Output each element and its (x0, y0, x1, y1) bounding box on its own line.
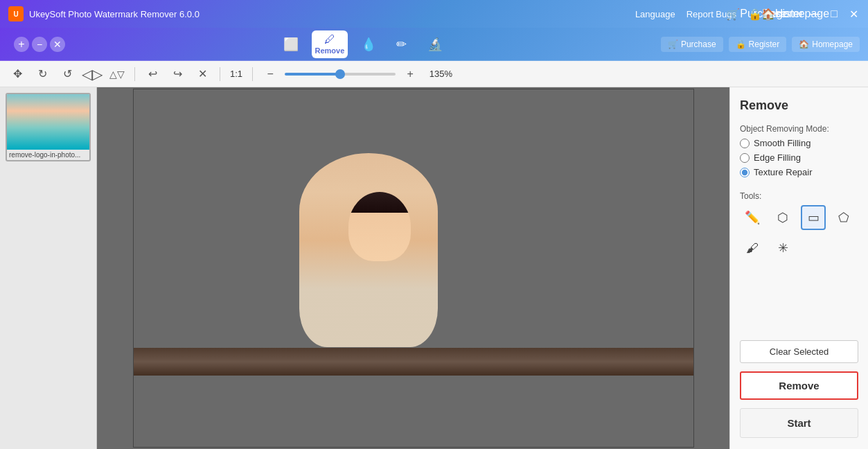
tab-minimize-btn[interactable]: − (32, 37, 47, 52)
undo-icon: ↩ (148, 67, 157, 80)
title-nav: Language Report Bugs (635, 9, 736, 19)
eyedropper-icon: 🔬 (427, 37, 443, 52)
tools-label: Tools: (740, 191, 858, 201)
toolbar-right: 🛒 Purchase 🔒 Register 🏠 Homepage (661, 37, 860, 52)
remove-btn[interactable]: Remove (740, 371, 858, 400)
purchase-nav-btn[interactable]: 🛒 Purchase (661, 37, 723, 52)
eyedropper-btn[interactable]: 🔬 (423, 32, 448, 57)
pool-edge (134, 348, 693, 376)
zoom-in-icon: + (407, 68, 413, 80)
crop-icon: ⬜ (283, 37, 299, 52)
home-icon: 🏠 (799, 39, 809, 49)
flip-v-icon: △▽ (109, 69, 125, 80)
spacer (740, 269, 858, 332)
edge-filling-option[interactable]: Edge Filling (740, 152, 858, 163)
edge-filling-radio[interactable] (740, 153, 750, 163)
remove-icon: 🖊 (324, 33, 335, 46)
paint-icon: 🖌 (746, 241, 759, 256)
lasso-tool-btn[interactable]: ⬠ (831, 205, 856, 230)
undo-btn[interactable]: ↩ (142, 64, 163, 84)
person-head (348, 192, 411, 261)
cancel-btn[interactable]: ✕ (192, 64, 213, 84)
pencil-tool-btn[interactable]: ✏️ (740, 205, 765, 230)
paint-tool-btn[interactable]: 🖌 (740, 236, 765, 261)
tab-close-btn[interactable]: ✕ (50, 37, 65, 52)
close-btn[interactable]: ✕ (847, 8, 860, 20)
main-toolbar: + − ✕ ⬜ 🖊 Remove 💧 ✏ 🔬 🛒 Purchase 🔒 Regi… (0, 28, 868, 61)
app-logo: U (8, 6, 24, 21)
remove-mode-btn[interactable]: 🖊 Remove (312, 30, 348, 58)
maximize-btn[interactable]: □ (828, 8, 840, 20)
brush-icon: ✏ (396, 37, 407, 52)
magic-tool-btn[interactable]: ✳ (770, 236, 795, 261)
minimize-btn[interactable]: — (808, 8, 821, 20)
fill-icon: 💧 (361, 37, 376, 52)
main-area: remove-logo-in-photo... Remove Object Re… (0, 87, 868, 449)
redo-icon: ↪ (173, 67, 182, 80)
brush-btn[interactable]: ✏ (389, 32, 414, 57)
canvas-area[interactable] (97, 87, 729, 449)
rotate-cw-icon: ↻ (38, 67, 47, 80)
homepage-nav-btn[interactable]: 🏠 Homepage (792, 37, 860, 52)
separator-2 (220, 67, 220, 81)
app-title: UkeySoft Photo Watermark Remover 6.0.0 (29, 9, 635, 19)
separator-1 (134, 67, 135, 81)
lasso-icon: ⬠ (838, 210, 849, 225)
start-btn[interactable]: Start (740, 408, 858, 438)
move-icon: ✥ (13, 67, 22, 80)
rotate-ccw-btn[interactable]: ↺ (57, 64, 78, 84)
zoom-slider[interactable] (285, 73, 396, 76)
smooth-filling-option[interactable]: Smooth Filling (740, 138, 858, 148)
thumbnail-item[interactable]: remove-logo-in-photo... (6, 93, 91, 161)
flip-v-btn[interactable]: △▽ (107, 64, 127, 84)
rotate-cw-btn[interactable]: ↻ (32, 64, 53, 84)
rect-tool-btn[interactable]: ▭ (801, 205, 826, 230)
radio-group: Smooth Filling Edge Filling Texture Repa… (740, 138, 858, 177)
window-controls: + − ✕ (14, 37, 65, 52)
zoom-ratio: 1:1 (230, 69, 242, 79)
move-btn[interactable]: ✥ (7, 64, 28, 84)
flip-h-icon: ◁▷ (82, 66, 103, 82)
title-bar: U UkeySoft Photo Watermark Remover 6.0.0… (0, 0, 868, 28)
lock-icon: 🔒 (736, 39, 746, 49)
texture-repair-option[interactable]: Texture Repair (740, 167, 858, 177)
zoom-percent: 135% (425, 69, 452, 79)
panel-title: Remove (740, 98, 858, 113)
separator-3 (252, 67, 253, 81)
photo-canvas (133, 89, 694, 448)
flip-h-btn[interactable]: ◁▷ (82, 64, 103, 84)
homepage-btn[interactable]: 🏠 Homepage (789, 8, 801, 20)
fill-btn[interactable]: 💧 (356, 32, 381, 57)
thumbnail-label: remove-logo-in-photo... (7, 150, 89, 160)
eraser-icon: ⬡ (777, 210, 788, 225)
zoom-out-btn[interactable]: − (260, 64, 281, 84)
smooth-filling-radio[interactable] (740, 139, 750, 148)
title-controls: 🛒 Purchase 🔒 Register 🏠 Homepage — □ ✕ (750, 8, 860, 20)
right-panel: Remove Object Removing Mode: Smooth Fill… (729, 87, 868, 449)
tools-section: Tools: ✏️ ⬡ ▭ ⬠ 🖌 ✳ (740, 191, 858, 261)
crop-btn[interactable]: ⬜ (278, 32, 303, 57)
add-tab-btn[interactable]: + (14, 37, 29, 52)
texture-repair-radio[interactable] (740, 168, 750, 177)
clear-selected-btn[interactable]: Clear Selected (740, 340, 858, 363)
removing-mode-label: Object Removing Mode: (740, 124, 858, 134)
zoom-in-btn[interactable]: + (400, 64, 420, 84)
removing-mode-section: Object Removing Mode: Smooth Filling Edg… (740, 124, 858, 183)
thumbnail-panel: remove-logo-in-photo... (0, 87, 97, 449)
edit-bar: ✥ ↻ ↺ ◁▷ △▽ ↩ ↪ ✕ 1:1 − + 135% (0, 61, 868, 87)
pencil-icon: ✏️ (745, 210, 760, 225)
cart-icon: 🛒 (668, 39, 678, 49)
rotate-ccw-icon: ↺ (63, 67, 72, 80)
rect-icon: ▭ (808, 210, 820, 225)
tools-row: ✏️ ⬡ ▭ ⬠ 🖌 ✳ (740, 205, 858, 261)
magic-icon: ✳ (778, 240, 788, 256)
thumbnail-image (7, 94, 90, 150)
register-nav-btn[interactable]: 🔒 Register (729, 37, 787, 52)
cancel-icon: ✕ (198, 67, 207, 80)
eraser-tool-btn[interactable]: ⬡ (770, 205, 795, 230)
zoom-out-icon: − (267, 68, 273, 80)
redo-btn[interactable]: ↪ (167, 64, 188, 84)
language-btn[interactable]: Language (635, 9, 675, 19)
